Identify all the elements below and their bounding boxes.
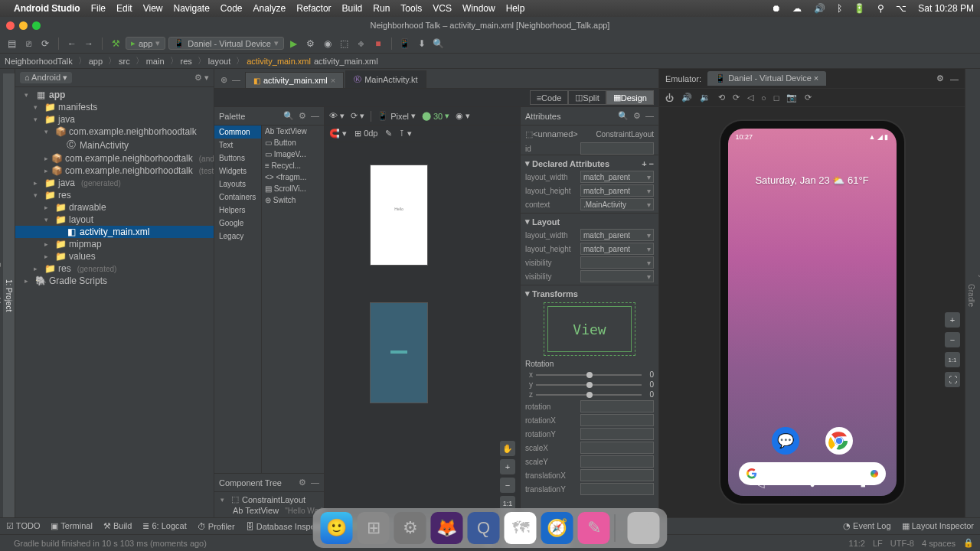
volume-icon[interactable]: 🔊 (814, 3, 825, 14)
palette-item[interactable]: ▤ ScrollVi... (262, 183, 324, 194)
crumb-2[interactable]: src (119, 57, 130, 66)
crumb-0[interactable]: NeighborhoodTalk (5, 57, 73, 66)
back-icon[interactable]: ← (65, 37, 79, 51)
ct-gear-icon[interactable]: ⚙ (299, 478, 306, 487)
menu-run[interactable]: Run (373, 3, 390, 14)
attr-field[interactable]: match_parent (580, 243, 654, 255)
tree-node[interactable]: ▸📁drawable (15, 201, 214, 214)
editor-pin-icon[interactable]: — (232, 75, 240, 85)
palette-cat[interactable]: Google (214, 217, 261, 230)
emu-more-icon[interactable]: ⟳ (805, 93, 812, 103)
cloud-icon[interactable]: ☁ (792, 3, 802, 14)
fwd-icon[interactable]: → (82, 37, 96, 51)
theme-chip[interactable]: ◉ ▾ (456, 111, 470, 121)
palette-item[interactable]: Ab TextView (262, 126, 324, 137)
palette-item[interactable]: ⊜ Switch (262, 194, 324, 206)
palette-item[interactable]: ≡ Recycl... (262, 160, 324, 171)
tw-terminal[interactable]: ▣ Terminal (51, 521, 92, 531)
status-indent[interactable]: 4 spaces (922, 539, 956, 548)
tab-mainactivity[interactable]: ⓀMainActivity.kt (345, 70, 426, 88)
crumb-5[interactable]: layout (208, 57, 230, 66)
attr-field[interactable]: .MainActivity (580, 198, 654, 210)
gutter-project[interactable]: 1: Project (3, 73, 15, 517)
dp-chip[interactable]: ⊞ 0dp (354, 129, 377, 139)
rotation-slider[interactable] (536, 384, 642, 386)
attach-icon[interactable]: ⎆ (354, 37, 368, 51)
emu-zoom-11[interactable]: 1:1 (945, 352, 960, 367)
palette-cat[interactable]: Containers (214, 191, 261, 204)
tab-activity-main[interactable]: ◧activity_main.xml× (245, 72, 344, 88)
dock-launchpad-icon[interactable]: ⊞ (358, 512, 390, 544)
ct-child[interactable]: Ab TextView "Hello Worl... (214, 505, 324, 516)
attr-field[interactable]: match_parent (580, 184, 654, 197)
search-icon[interactable]: 🔍 (432, 37, 446, 51)
attr-field[interactable] (580, 428, 654, 440)
attr-field[interactable] (580, 256, 654, 269)
attr-field[interactable] (580, 483, 654, 495)
editor-nav-icon[interactable]: ⊕ (220, 75, 227, 85)
dock-safari-icon[interactable]: 🧭 (541, 512, 573, 544)
emu-zoom-in[interactable]: + (945, 312, 960, 328)
menu-help[interactable]: Help (506, 3, 525, 14)
crumb-1[interactable]: app (89, 57, 103, 66)
device-selector[interactable]: 📱Daniel - Virtual Device▾ (168, 37, 284, 50)
battery-icon[interactable]: 🔋 (854, 3, 865, 14)
profile-icon[interactable]: ◉ (321, 37, 335, 51)
layout-section[interactable]: ▾ Layout (525, 215, 654, 228)
emu-back-icon[interactable]: ◁ (747, 93, 753, 103)
tree-node[interactable]: ▸📁values (15, 250, 214, 262)
mode-code[interactable]: ≡ Code (530, 90, 569, 105)
zoom-in-icon[interactable]: + (500, 459, 515, 474)
palette-cat[interactable]: Layouts (214, 178, 261, 191)
chrome-app-icon[interactable] (825, 427, 853, 455)
menu-code[interactable]: Code (220, 3, 243, 14)
palette-gear-icon[interactable]: ⚙ (299, 111, 306, 121)
dock-firefox-icon[interactable]: 🦊 (431, 512, 463, 544)
attr-field[interactable]: match_parent (580, 171, 654, 183)
emulator-device-tab[interactable]: 📱 Daniel - Virtual Device × (707, 71, 826, 86)
menu-view[interactable]: View (143, 3, 163, 14)
emu-gear-icon[interactable]: ⚙ (936, 73, 944, 83)
blueprint-preview[interactable] (371, 303, 427, 403)
coverage-icon[interactable]: ⬚ (338, 37, 351, 51)
status-le[interactable]: LF (873, 539, 883, 548)
tw-build[interactable]: ⚒ Build (103, 521, 132, 531)
emu-hide-icon[interactable]: — (950, 74, 959, 83)
emu-home-icon[interactable]: ○ (761, 93, 766, 103)
mode-split[interactable]: ◫ Split (568, 90, 606, 105)
tree-node[interactable]: ▾📦com.example.neighborhoodtalk (15, 126, 214, 138)
attr-search-icon[interactable]: 🔍 (618, 111, 629, 121)
attr-field[interactable] (580, 414, 654, 426)
dock-maps-icon[interactable]: 🗺 (505, 512, 537, 544)
declared-section[interactable]: ▾ Declared Attributes+ − (525, 157, 654, 170)
rotation-slider[interactable] (536, 394, 642, 396)
emu-voldn-icon[interactable]: 🔉 (700, 93, 710, 103)
tree-node[interactable]: ▸📦com.example.neighborhoodtalk(androidTe… (15, 152, 214, 165)
save-icon[interactable]: ⎚ (21, 37, 35, 51)
nav-overview-icon[interactable]: ■ (861, 480, 866, 490)
tree-node[interactable]: ▸🐘Gradle Scripts (15, 275, 214, 287)
dock-app-icon[interactable]: ✎ (578, 512, 610, 544)
tw-logcat[interactable]: ≣ 6: Logcat (142, 521, 186, 531)
wand-icon[interactable]: ✎ (385, 129, 392, 139)
status-pos[interactable]: 11:2 (849, 539, 865, 548)
device-screen[interactable]: 10:27▲ ◢ ▮ Saturday, Jan 23 ⛅ 61°F 💬 (728, 129, 897, 496)
status-enc[interactable]: UTF-8 (890, 539, 914, 548)
crumb-4[interactable]: res (181, 57, 192, 66)
tree-node[interactable]: ▾📁java (15, 113, 214, 126)
dock-quicktime-icon[interactable]: Q (468, 512, 500, 544)
surface-icon[interactable]: 👁 ▾ (329, 111, 345, 121)
attr-add-icon[interactable]: + (642, 159, 646, 168)
palette-item[interactable]: <> <fragm... (262, 171, 324, 183)
palette-hide-icon[interactable]: — (311, 111, 319, 121)
sync-icon[interactable]: ⟳ (38, 37, 52, 51)
menu-analyze[interactable]: Analyze (253, 3, 286, 14)
palette-search-icon[interactable]: 🔍 (283, 111, 294, 121)
menu-build[interactable]: Build (342, 3, 363, 14)
tw-profiler[interactable]: ⏱ Profiler (198, 522, 235, 531)
mode-design[interactable]: ▦ Design (606, 90, 654, 105)
run-icon[interactable]: ▶ (287, 37, 301, 51)
clock[interactable]: Sat 10:28 PM (918, 3, 974, 14)
nav-home-icon[interactable]: ● (810, 480, 815, 490)
device-chip[interactable]: 📱 Pixel ▾ (377, 111, 416, 121)
